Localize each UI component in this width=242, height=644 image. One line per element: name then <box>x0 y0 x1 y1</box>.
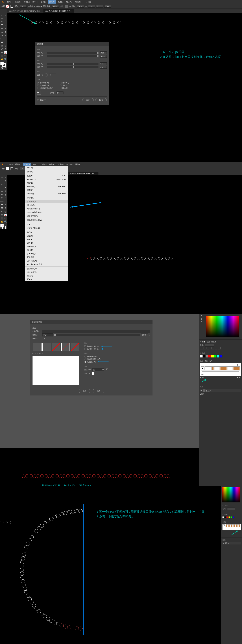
gradient-tab[interactable]: 渐变 <box>207 341 210 343</box>
spacing-input[interactable] <box>42 337 49 340</box>
mesh-tool[interactable]: ⊞ <box>0 44 4 47</box>
weight-input[interactable] <box>227 508 235 510</box>
target-icon[interactable] <box>239 390 240 391</box>
slice-tool[interactable]: ✂ <box>4 54 7 58</box>
menu-file[interactable]: 文件(F) <box>6 163 14 166</box>
menu-item[interactable]: 图像描摹 <box>25 256 68 259</box>
fill-stroke-selector[interactable] <box>0 224 7 229</box>
copies-input[interactable] <box>57 92 63 94</box>
library-icon[interactable]: ⊞ <box>200 376 201 378</box>
tile-inner-corner[interactable] <box>52 343 60 351</box>
doc-tab-1[interactable]: 未标题-[已恢复].ai @ 100% (RGB/GPU 预览) × <box>8 9 44 13</box>
remove-stroke-icon[interactable]: ⊠ <box>202 376 204 378</box>
brush-thumb[interactable] <box>204 366 208 370</box>
artboard-tool[interactable]: ⬛ <box>0 216 4 220</box>
swatch[interactable] <box>222 516 224 518</box>
height-input[interactable] <box>88 5 95 8</box>
delete-icon[interactable]: 🗑 <box>239 376 241 378</box>
swatch[interactable] <box>208 355 211 358</box>
graph-tool[interactable]: 📊 <box>4 213 7 216</box>
symbols-tab[interactable]: 符号 <box>209 360 212 362</box>
brush-thumb[interactable]: ● <box>201 366 204 370</box>
corner-miter[interactable] <box>211 347 214 350</box>
shape-builder-tool[interactable]: ⬢ <box>0 40 4 44</box>
eraser-tool[interactable]: ◧ <box>4 30 7 34</box>
transparency-tab[interactable]: 透明度 <box>211 341 216 343</box>
approx-path-radio[interactable] <box>84 361 86 363</box>
scale-tool[interactable]: ⤢ <box>4 196 7 200</box>
fill-stroke-selector[interactable] <box>0 62 7 66</box>
stretch-radio[interactable] <box>84 356 86 358</box>
screen-mode[interactable]: ⊡ <box>4 66 7 70</box>
swatch[interactable] <box>217 355 219 358</box>
rectangle-tool[interactable]: ▭ <box>0 27 4 30</box>
menu-select[interactable]: 选择(S) <box>40 0 48 4</box>
menu-select[interactable]: 选择(S) <box>40 163 48 166</box>
swatch[interactable] <box>230 516 232 518</box>
width-input[interactable] <box>77 5 84 8</box>
flip-along-checkbox[interactable] <box>84 346 86 347</box>
menu-item[interactable]: 混合(B) <box>25 241 68 245</box>
doc-tab[interactable]: 未标题-1* @ 168% (RGB/GPU 预览) × <box>68 172 98 176</box>
menu-item[interactable]: 画板(A) <box>25 274 68 278</box>
menu-item[interactable]: 创建裁切标记(C) <box>25 226 68 230</box>
menu-item[interactable]: 切片(S) <box>25 223 68 226</box>
swatch[interactable] <box>232 516 234 518</box>
menu-item[interactable]: 取消编组(U)Shift+Ctrl+G <box>25 178 68 181</box>
scale-stroke-checkbox[interactable] <box>37 87 39 89</box>
magic-wand-tool[interactable]: ✦ <box>0 17 4 20</box>
vert-slider[interactable] <box>47 55 98 57</box>
layer-name[interactable]: 图层 1 <box>206 390 211 392</box>
angle-dial[interactable] <box>45 74 48 76</box>
shaper-tool[interactable]: ◈ <box>0 193 4 196</box>
line-tool[interactable]: ╱ <box>4 24 7 27</box>
line-tool[interactable]: ╱ <box>4 186 7 189</box>
type-tool[interactable]: T <box>0 186 4 189</box>
gradient-tool[interactable]: ▦ <box>4 206 7 210</box>
flip-across-checkbox[interactable] <box>84 348 86 350</box>
horiz-value[interactable] <box>100 52 107 54</box>
opacity-input[interactable] <box>52 5 59 8</box>
doc-tab-2[interactable]: 未标题-1* @ 168% (RGB/GPU 预览) × <box>44 9 74 13</box>
menu-item[interactable]: 扩展(X)... <box>25 196 68 200</box>
tile-side[interactable] <box>42 343 51 351</box>
cap-butt[interactable] <box>200 347 203 350</box>
hand-tool[interactable]: ✋ <box>0 220 4 223</box>
scale-slider[interactable] <box>54 334 140 336</box>
menu-object[interactable]: 对象(O) <box>23 163 31 166</box>
menu-item[interactable]: 设为像素级优化(M) <box>25 218 68 222</box>
reflect-y-checkbox[interactable] <box>60 84 61 86</box>
curvature-tool[interactable]: ⌒ <box>4 20 7 24</box>
cap-projecting[interactable] <box>206 347 209 350</box>
menu-item[interactable]: 锁定(L) <box>25 181 68 185</box>
align-icon[interactable]: ⊞ <box>69 5 71 7</box>
direct-selection-tool[interactable]: ▹ <box>4 176 7 179</box>
circle-selected[interactable] <box>29 21 32 24</box>
scale-value[interactable] <box>141 334 148 336</box>
free-transform-tool[interactable]: ⬚ <box>4 37 7 40</box>
tip-icon[interactable]: ◧ <box>106 368 108 371</box>
swatch[interactable] <box>203 355 205 358</box>
menu-view[interactable]: 视图(V) <box>57 0 65 4</box>
stroke-width-input[interactable] <box>20 5 27 8</box>
menu-edit[interactable]: 编辑(E) <box>14 163 22 166</box>
rotate-tool[interactable]: ⟳ <box>0 34 4 37</box>
brush-pattern-thumb[interactable] <box>212 366 240 370</box>
cancel-button[interactable]: 取消 <box>93 389 104 393</box>
tile-start[interactable] <box>61 343 70 351</box>
menu-item[interactable]: 形状(P) <box>25 234 68 238</box>
brush-tool[interactable]: ✎ <box>4 189 7 193</box>
circle-selected[interactable] <box>87 257 91 260</box>
perspective-tool[interactable]: ▱ <box>4 40 7 44</box>
blend-tool[interactable]: ◐ <box>4 47 7 51</box>
move-horiz-slider[interactable] <box>47 63 98 65</box>
horiz-slider[interactable] <box>47 52 98 54</box>
search-icon[interactable]: ▭ ■ ▢ <box>86 1 91 3</box>
menu-file[interactable]: 文件(F) <box>6 0 14 4</box>
swatch[interactable] <box>211 355 214 358</box>
pen-tool[interactable]: ✒ <box>0 182 4 186</box>
zoom-tool[interactable]: 🔍 <box>4 58 7 61</box>
free-transform-tool[interactable]: ⬚ <box>4 200 7 203</box>
menu-edit[interactable]: 编辑(E) <box>14 0 22 4</box>
menu-item[interactable]: 栅格化(Z)... <box>25 204 68 207</box>
